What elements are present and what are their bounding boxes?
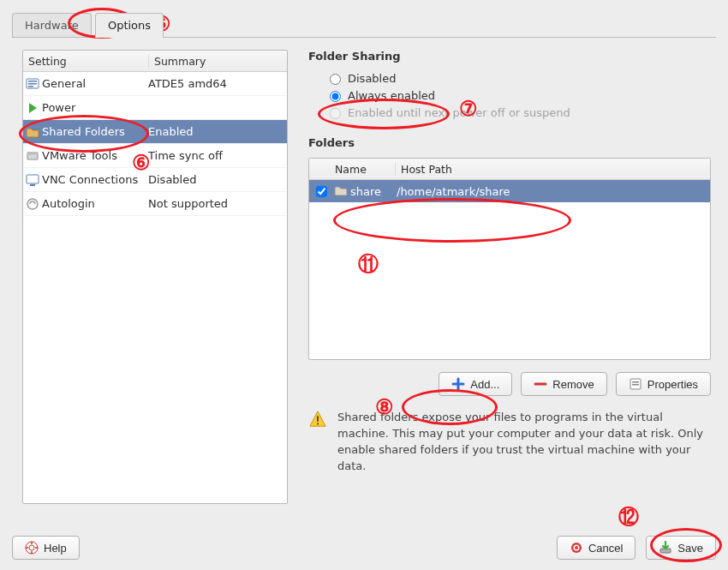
svg-rect-11	[632, 381, 639, 383]
folders-list-header: Name Host Path	[309, 159, 710, 180]
svg-rect-12	[632, 384, 639, 386]
folder-row-host-path: /home/atmark/share	[393, 185, 710, 198]
settings-row-summary: ATDE5 amd64	[143, 77, 287, 90]
settings-row-shared-folders[interactable]: Shared Folders Enabled	[23, 120, 287, 144]
radio-always-enabled[interactable]: Always enabled	[325, 88, 711, 102]
settings-row-general[interactable]: General ATDE5 amd64	[23, 72, 287, 96]
radio-until-suspend: Enabled until next power off or suspend	[325, 105, 711, 119]
svg-text:vm: vm	[28, 153, 37, 159]
column-header-setting[interactable]: Setting	[23, 55, 149, 68]
svg-rect-13	[317, 416, 319, 421]
section-title-folders: Folders	[308, 136, 711, 149]
power-icon	[26, 101, 39, 115]
folder-icon	[333, 183, 349, 200]
settings-row-summary: Enabled	[143, 125, 287, 138]
settings-row-autologin[interactable]: Autologin Not supported	[23, 192, 287, 216]
add-button-label: Add...	[470, 378, 499, 391]
help-button[interactable]: Help	[12, 536, 80, 560]
save-icon	[659, 541, 672, 555]
vnc-icon	[26, 173, 39, 187]
settings-row-label: General	[42, 77, 143, 90]
properties-button-label: Properties	[647, 378, 698, 391]
remove-button-label: Remove	[552, 378, 594, 391]
svg-point-9	[27, 199, 38, 209]
settings-row-vnc-connections[interactable]: VNC Connections Disabled	[23, 168, 287, 192]
settings-row-label: Power	[42, 101, 143, 114]
plus-icon	[451, 377, 465, 391]
section-title-folder-sharing: Folder Sharing	[308, 50, 711, 63]
column-header-name[interactable]: Name	[333, 163, 396, 176]
radio-always-input[interactable]	[330, 91, 341, 102]
settings-row-summary: Not supported	[143, 197, 287, 210]
folder-row-name: share	[349, 185, 393, 198]
cancel-icon	[570, 541, 583, 555]
svg-rect-7	[27, 175, 39, 183]
help-button-label: Help	[44, 542, 67, 555]
settings-list-header: Setting Summary	[23, 51, 287, 72]
svg-marker-4	[29, 103, 37, 113]
column-header-summary[interactable]: Summary	[149, 55, 287, 68]
svg-point-16	[29, 545, 34, 550]
properties-icon	[629, 377, 642, 391]
remove-button[interactable]: Remove	[521, 372, 606, 396]
folder-row-checkbox[interactable]	[316, 186, 327, 197]
cancel-button-label: Cancel	[588, 542, 623, 555]
save-button-label: Save	[677, 542, 703, 555]
settings-row-label: Autologin	[42, 197, 143, 210]
minus-icon	[534, 377, 547, 391]
column-header-host-path[interactable]: Host Path	[396, 163, 710, 176]
svg-rect-3	[28, 86, 33, 87]
settings-row-summary: Disabled	[143, 173, 287, 186]
settings-row-label: VNC Connections	[42, 173, 143, 186]
svg-rect-1	[28, 81, 37, 82]
svg-rect-14	[317, 423, 319, 425]
folder-row-share[interactable]: share /home/atmark/share	[309, 180, 710, 202]
folders-list[interactable]: Name Host Path share /home/atmark/share	[308, 158, 711, 360]
svg-rect-8	[30, 184, 35, 186]
add-button[interactable]: Add...	[439, 372, 512, 396]
general-icon	[26, 77, 39, 91]
vmware-icon: vm	[26, 149, 39, 163]
radio-until-label: Enabled until next power off or suspend	[348, 106, 570, 119]
settings-row-label: VMware Tools	[42, 149, 143, 162]
cancel-button[interactable]: Cancel	[557, 536, 636, 560]
radio-disabled-input[interactable]	[330, 74, 341, 85]
svg-rect-2	[28, 83, 37, 85]
save-button[interactable]: Save	[646, 536, 716, 560]
tab-options[interactable]: Options	[95, 13, 164, 38]
settings-row-summary: Time sync off	[143, 149, 287, 162]
folder-icon	[26, 125, 39, 139]
properties-button[interactable]: Properties	[616, 372, 711, 396]
warning-text: Shared folders expose your files to prog…	[337, 410, 706, 474]
settings-row-vmware-tools[interactable]: vm VMware Tools Time sync off	[23, 144, 287, 168]
radio-always-label: Always enabled	[348, 89, 435, 102]
tab-hardware[interactable]: Hardware	[12, 13, 92, 37]
settings-row-power[interactable]: Power	[23, 96, 287, 120]
autologin-icon	[26, 197, 39, 211]
help-icon	[25, 541, 39, 555]
radio-until-input	[330, 108, 341, 119]
radio-disabled[interactable]: Disabled	[325, 71, 711, 85]
svg-point-19	[575, 546, 578, 549]
warning-icon	[308, 410, 327, 434]
settings-list[interactable]: Setting Summary General ATDE5 amd64 Powe…	[22, 50, 288, 504]
settings-row-label: Shared Folders	[42, 125, 143, 138]
radio-disabled-label: Disabled	[348, 72, 396, 85]
